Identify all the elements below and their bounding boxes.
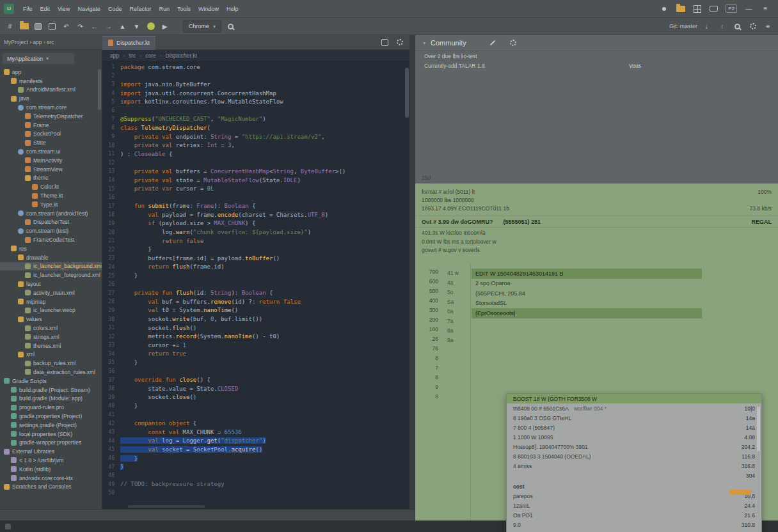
tree-item[interactable]: TelemetryDispatcher bbox=[0, 112, 102, 121]
tree-item[interactable]: app bbox=[0, 68, 102, 77]
popup-row[interactable]: 9.0310.8 bbox=[507, 520, 761, 529]
menu-item-view[interactable]: View bbox=[54, 0, 74, 18]
menu-item-refactor[interactable]: Refactor bbox=[125, 0, 155, 18]
menu-item-tools[interactable]: Tools bbox=[173, 0, 194, 18]
info-value[interactable]: Vous bbox=[629, 63, 641, 69]
sync-icon[interactable] bbox=[47, 21, 57, 31]
monitor-row[interactable]: StorsotsdSL bbox=[472, 299, 702, 309]
breadcrumb-item[interactable]: core bbox=[145, 52, 156, 59]
popup-row[interactable]: Oa PO121.6 bbox=[507, 510, 761, 520]
popup-row[interactable]: 7 800 4 (505847)14a bbox=[507, 423, 761, 432]
minimize-icon[interactable]: — bbox=[744, 4, 754, 14]
search-icon[interactable] bbox=[226, 21, 235, 31]
scrollbar-thumb[interactable] bbox=[405, 68, 409, 118]
tree-item[interactable]: drawable bbox=[0, 253, 102, 262]
device-monitor-icon[interactable] bbox=[709, 4, 718, 14]
tree-item[interactable]: DispatcherTest bbox=[0, 218, 102, 227]
editor-pane[interactable]: app›src›core›Dispatcher.kt 1package com.… bbox=[102, 50, 409, 509]
menu-item-code[interactable]: Code bbox=[104, 0, 126, 18]
tree-item[interactable]: gradle.properties (Project) bbox=[0, 412, 102, 421]
menu-item-help[interactable]: Help bbox=[223, 0, 242, 18]
tree-item[interactable]: mipmap bbox=[0, 297, 102, 306]
popup-row[interactable]: m8408 00 # 8501Cs6Aworlflwr 004 *10|0 bbox=[507, 403, 761, 413]
monitor-row[interactable]: (EprOsoceoots| bbox=[472, 308, 702, 318]
tree-item[interactable]: SocketPool bbox=[0, 130, 102, 139]
tree-item[interactable]: AndroidManifest.xml bbox=[0, 86, 102, 95]
settings-gear-icon[interactable] bbox=[510, 40, 516, 46]
hamburger-menu-icon[interactable]: ≡ bbox=[761, 4, 770, 14]
tree-item[interactable]: Color.kt bbox=[0, 182, 102, 191]
vcs-update-icon[interactable]: ↓ bbox=[702, 21, 711, 31]
editor-horizontal-scrollbar[interactable] bbox=[128, 505, 205, 508]
chevron-down-icon[interactable]: ▾ bbox=[423, 40, 425, 46]
tree-item[interactable]: manifests bbox=[0, 77, 102, 86]
monitor-row[interactable]: EDIT W 1504048291463014191 B bbox=[472, 269, 702, 279]
save-all-icon[interactable] bbox=[33, 21, 43, 31]
tree-item[interactable]: External Libraries bbox=[0, 447, 102, 456]
settings-gear-icon[interactable] bbox=[748, 21, 758, 31]
expand-icon[interactable]: ▲ bbox=[118, 21, 127, 31]
popup-row[interactable]: 12areL24.4 bbox=[507, 501, 761, 510]
popup-row[interactable]: 8 190a0 3 OSG GTteHL14a bbox=[507, 413, 761, 423]
edit-icon[interactable] bbox=[489, 40, 495, 45]
tree-item[interactable]: strings.xml bbox=[0, 332, 102, 341]
tree-item[interactable]: Type.kt bbox=[0, 200, 102, 209]
tree-item[interactable]: local.properties (SDK) bbox=[0, 430, 102, 439]
profile-badge[interactable]: P2 bbox=[726, 4, 737, 14]
tree-item[interactable]: backup_rules.xml bbox=[0, 359, 102, 368]
tree-item[interactable]: com.stream.ui bbox=[0, 147, 102, 156]
tree-item[interactable]: com.stream (test) bbox=[0, 226, 102, 235]
more-options-icon[interactable]: ≡ bbox=[763, 21, 773, 31]
menu-item-run[interactable]: Run bbox=[155, 0, 173, 18]
tree-item[interactable]: settings.gradle (Project) bbox=[0, 421, 102, 430]
tree-item[interactable]: values bbox=[0, 315, 102, 324]
menu-item-edit[interactable]: Edit bbox=[36, 0, 54, 18]
tree-item[interactable]: MainActivity bbox=[0, 156, 102, 165]
editor-settings-icon[interactable] bbox=[395, 37, 404, 47]
tree-item[interactable]: < 1.8 > /usr/lib/jvm bbox=[0, 456, 102, 465]
tree-item[interactable]: java bbox=[0, 94, 102, 103]
tree-item[interactable]: gradle-wrapper.properties bbox=[0, 438, 102, 447]
menu-item-navigate[interactable]: Navigate bbox=[74, 0, 104, 18]
popup-row[interactable]: parepos10.8 bbox=[507, 491, 761, 501]
tree-item[interactable]: Frame bbox=[0, 121, 102, 130]
tree-item[interactable]: State bbox=[0, 138, 102, 147]
tree-item[interactable]: layout bbox=[0, 279, 102, 288]
tree-item[interactable]: build.gradle (Project: Stream) bbox=[0, 386, 102, 395]
tree-item[interactable]: activity_main.xml bbox=[0, 288, 102, 297]
tree-item[interactable]: xml bbox=[0, 350, 102, 359]
tree-scrollbar[interactable] bbox=[98, 69, 101, 110]
breadcrumb-item[interactable]: app bbox=[110, 52, 119, 59]
popup-row[interactable]: 4 amiss316.8 bbox=[507, 461, 761, 471]
monitor-row[interactable]: (505PECHL 205.84 bbox=[472, 288, 702, 299]
menu-item-window[interactable]: Window bbox=[194, 0, 223, 18]
project-selector[interactable]: MyApplication ▾ bbox=[3, 53, 74, 64]
editor-tab[interactable]: Dispatcher.kt bbox=[102, 36, 155, 50]
collapse-icon[interactable]: ▼ bbox=[132, 21, 141, 31]
popup-row[interactable]: 8 800103 3 1504040 (OOEDAL)116.8 bbox=[507, 451, 761, 461]
undo-icon[interactable]: ↶ bbox=[61, 21, 71, 31]
popup-row[interactable]: 304 bbox=[507, 471, 761, 480]
tree-item[interactable]: ic_launcher_background.xml bbox=[0, 262, 102, 271]
tree-item[interactable]: themes.xml bbox=[0, 341, 102, 350]
split-view-icon[interactable] bbox=[380, 37, 390, 47]
back-icon[interactable]: ← bbox=[90, 21, 99, 31]
project-folder-icon[interactable] bbox=[676, 4, 685, 14]
popup-scrollbar[interactable] bbox=[757, 407, 760, 451]
tree-item[interactable]: StreamView bbox=[0, 165, 102, 174]
tree-item[interactable]: com.stream.core bbox=[0, 103, 102, 112]
vcs-branch-label[interactable]: Git: master bbox=[669, 23, 697, 29]
debug-icon[interactable]: ▶ bbox=[160, 21, 170, 31]
breadcrumb[interactable]: MyProject › app › src bbox=[0, 39, 102, 45]
menu-item-file[interactable]: File bbox=[19, 0, 36, 18]
breadcrumb-item[interactable]: src bbox=[129, 52, 136, 59]
tree-item[interactable]: Scratches and Consoles bbox=[0, 482, 102, 491]
redo-icon[interactable]: ↷ bbox=[75, 21, 85, 31]
tree-item[interactable]: androidx.core:core-ktx bbox=[0, 474, 102, 483]
tree-item[interactable]: Kotlin (stdlib) bbox=[0, 465, 102, 474]
tree-item[interactable]: ic_launcher.webp bbox=[0, 306, 102, 315]
layout-grid-icon[interactable] bbox=[692, 4, 702, 14]
tree-item[interactable]: Theme.kt bbox=[0, 191, 102, 200]
forward-icon[interactable]: → bbox=[104, 21, 113, 31]
tree-item[interactable]: data_extraction_rules.xml bbox=[0, 368, 102, 377]
